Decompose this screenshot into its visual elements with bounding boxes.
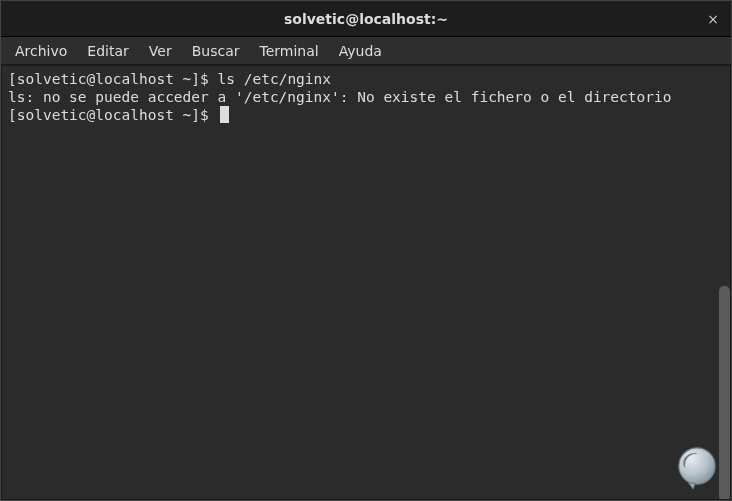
prompt-bracket-close: ]$ <box>191 107 217 123</box>
menu-editar[interactable]: Editar <box>77 39 138 63</box>
window-title: solvetic@localhost:~ <box>284 11 448 27</box>
terminal-line: [solvetic@localhost ~]$ ls /etc/nginx <box>8 70 724 88</box>
menubar: Archivo Editar Ver Buscar Terminal Ayuda <box>1 37 731 65</box>
prompt-bracket-open: [ <box>8 71 17 87</box>
close-button[interactable]: × <box>703 9 723 29</box>
menu-terminal[interactable]: Terminal <box>249 39 328 63</box>
cursor-block <box>220 106 229 123</box>
prompt-userhost: solvetic@localhost ~ <box>17 71 192 87</box>
prompt-bracket-close: ]$ <box>191 71 217 87</box>
titlebar: solvetic@localhost:~ × <box>1 1 731 37</box>
menu-archivo[interactable]: Archivo <box>5 39 77 63</box>
close-icon: × <box>707 11 719 27</box>
terminal-line: ls: no se puede acceder a '/etc/nginx': … <box>8 88 724 106</box>
menu-buscar[interactable]: Buscar <box>182 39 250 63</box>
chat-bubble-icon[interactable] <box>674 445 720 491</box>
terminal-line: [solvetic@localhost ~]$ <box>8 106 724 124</box>
menu-ayuda[interactable]: Ayuda <box>329 39 392 63</box>
command-text: ls /etc/nginx <box>218 71 332 87</box>
terminal-output-area[interactable]: [solvetic@localhost ~]$ ls /etc/nginx ls… <box>2 66 730 499</box>
output-text: ls: no se puede acceder a '/etc/nginx': … <box>8 89 671 105</box>
scrollbar-thumb[interactable] <box>719 286 730 499</box>
menu-ver[interactable]: Ver <box>139 39 182 63</box>
prompt-bracket-open: [ <box>8 107 17 123</box>
terminal-window: solvetic@localhost:~ × Archivo Editar Ve… <box>0 0 732 501</box>
prompt-userhost: solvetic@localhost ~ <box>17 107 192 123</box>
